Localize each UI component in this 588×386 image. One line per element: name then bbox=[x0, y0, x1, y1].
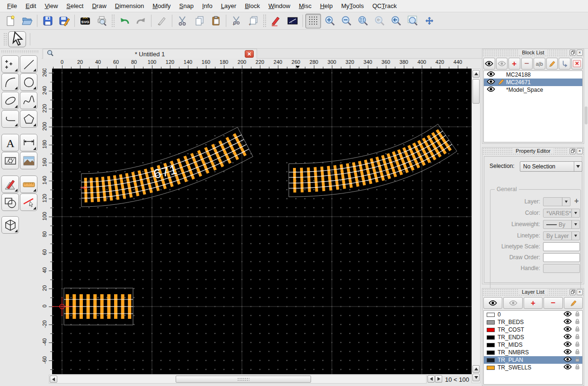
print-preview-button[interactable] bbox=[94, 14, 109, 28]
layer-minus-red-button[interactable]: − bbox=[543, 297, 562, 309]
scroll-left-button[interactable] bbox=[50, 376, 57, 383]
layer-row[interactable]: TR_ENDS bbox=[484, 333, 582, 341]
menu-edit[interactable]: Edit bbox=[21, 1, 40, 11]
scroll-down-button[interactable] bbox=[472, 374, 480, 381]
block-eye-button[interactable] bbox=[483, 58, 495, 70]
zoom-window-button[interactable] bbox=[405, 14, 420, 28]
layer-row[interactable]: TR_PLAN bbox=[484, 356, 582, 364]
block-delete-x-button[interactable]: ✕ bbox=[571, 58, 583, 70]
scroll-up-button-2[interactable] bbox=[472, 365, 480, 373]
menu-select[interactable]: Select bbox=[62, 1, 88, 11]
hatch-tool[interactable] bbox=[1, 152, 19, 169]
menu-block[interactable]: Block bbox=[241, 1, 264, 11]
layer-pencil-button[interactable] bbox=[564, 297, 583, 309]
float-panel-icon[interactable] bbox=[570, 289, 576, 295]
pan-right-button[interactable] bbox=[435, 375, 442, 383]
redo-button[interactable] bbox=[133, 14, 149, 28]
vertical-scroll-handle[interactable] bbox=[472, 79, 480, 104]
close-panel-icon[interactable]: × bbox=[577, 50, 583, 56]
order-tool[interactable] bbox=[1, 193, 19, 211]
layer-eye-button[interactable] bbox=[483, 297, 502, 309]
zoom-previous-button[interactable] bbox=[372, 14, 387, 28]
scroll-up-button[interactable] bbox=[472, 70, 480, 78]
layer-row[interactable]: TR_BEDS bbox=[484, 318, 582, 326]
save-as-button[interactable] bbox=[56, 14, 72, 28]
block-row[interactable]: *Model_Space bbox=[484, 86, 582, 94]
palette-handle[interactable] bbox=[1, 50, 39, 53]
selection-combo[interactable]: No Selection bbox=[520, 161, 582, 172]
visibility-eye-icon[interactable] bbox=[487, 71, 495, 79]
block-insert-button[interactable] bbox=[559, 58, 570, 70]
block-pencil-button[interactable] bbox=[546, 58, 558, 70]
layer-lock-icon[interactable] bbox=[575, 364, 580, 371]
ellipse-tool[interactable] bbox=[1, 92, 19, 109]
block-rename-button[interactable]: a|b bbox=[534, 58, 545, 70]
add-layer-icon[interactable]: + bbox=[574, 197, 579, 205]
linetype-combo[interactable]: By Layer bbox=[543, 231, 580, 240]
layer-lock-icon[interactable] bbox=[575, 349, 580, 356]
block-row[interactable]: MC24671 bbox=[484, 79, 582, 86]
close-panel-icon[interactable]: × bbox=[577, 148, 583, 154]
menu-modify[interactable]: Modify bbox=[148, 1, 175, 11]
menu-help[interactable]: Help bbox=[316, 1, 337, 11]
layer-lock-icon[interactable] bbox=[575, 341, 580, 349]
layer-visibility-eye-icon[interactable] bbox=[563, 364, 572, 371]
horizontal-scroll-handle[interactable] bbox=[176, 376, 311, 383]
block-minus-button[interactable]: − bbox=[521, 58, 533, 70]
vertical-scrollbar[interactable] bbox=[472, 69, 481, 383]
menu-misc[interactable]: Misc bbox=[294, 1, 316, 11]
layer-visibility-eye-icon[interactable] bbox=[563, 349, 572, 356]
document-tab[interactable]: * Untitled 1 ✕ bbox=[43, 49, 257, 59]
save-file-button[interactable] bbox=[40, 14, 55, 28]
visibility-eye-icon[interactable] bbox=[487, 86, 495, 94]
cut-quick-button[interactable]: + bbox=[229, 14, 244, 28]
toolbar-handle[interactable] bbox=[263, 14, 266, 27]
menu-mytools[interactable]: MyTools bbox=[337, 1, 368, 11]
draw-order-field[interactable] bbox=[543, 253, 580, 262]
spline-tool[interactable] bbox=[20, 92, 37, 109]
tab-close-button[interactable]: ✕ bbox=[245, 50, 254, 58]
layer-lock-icon[interactable] bbox=[575, 311, 580, 318]
polygon-tool[interactable] bbox=[20, 110, 37, 128]
layer-combo[interactable] bbox=[543, 197, 570, 206]
layer-lock-icon[interactable] bbox=[575, 333, 580, 341]
toolbar-handle[interactable] bbox=[111, 14, 115, 27]
undo-button[interactable] bbox=[116, 14, 132, 28]
menu-draw[interactable]: Draw bbox=[88, 1, 110, 11]
layer-lock-icon[interactable] bbox=[575, 356, 580, 364]
menu-window[interactable]: Window bbox=[264, 1, 294, 11]
cube-tool[interactable] bbox=[1, 216, 19, 234]
close-panel-icon[interactable]: × bbox=[577, 289, 583, 295]
layer-lock-icon[interactable] bbox=[575, 326, 580, 333]
layer-lock-icon[interactable] bbox=[575, 318, 580, 326]
copy-quick-button[interactable]: + bbox=[245, 14, 261, 28]
visibility-eye-icon[interactable] bbox=[487, 79, 495, 86]
open-file-button[interactable] bbox=[19, 14, 35, 28]
right-strip-handle[interactable] bbox=[585, 106, 588, 124]
menu-snap[interactable]: Snap bbox=[175, 1, 198, 11]
layer-row[interactable]: TR_SWELLS bbox=[484, 364, 582, 371]
circle-tool[interactable] bbox=[20, 73, 37, 91]
copy-button[interactable] bbox=[191, 14, 207, 28]
layer-visibility-eye-icon[interactable] bbox=[563, 326, 572, 333]
arc-tool[interactable] bbox=[1, 73, 19, 91]
layer-row[interactable]: TR_NMBRS bbox=[484, 349, 582, 356]
draw-pencil-button[interactable] bbox=[268, 14, 284, 28]
layer-visibility-eye-icon[interactable] bbox=[563, 333, 572, 341]
polyline-tool[interactable] bbox=[1, 110, 19, 128]
paste-button[interactable] bbox=[208, 14, 223, 28]
points-tool[interactable] bbox=[1, 55, 19, 73]
block-eye-off-button[interactable] bbox=[496, 58, 508, 70]
delete-tool[interactable] bbox=[20, 193, 37, 211]
menu-dimension[interactable]: Dimension bbox=[111, 1, 148, 11]
float-panel-icon[interactable] bbox=[570, 50, 576, 56]
layer-eye-off-button[interactable] bbox=[503, 297, 522, 309]
block-plus-button[interactable]: + bbox=[508, 58, 520, 70]
layer-visibility-eye-icon[interactable] bbox=[563, 341, 572, 349]
color-combo[interactable]: *VARIES* bbox=[543, 209, 580, 218]
line-tool[interactable] bbox=[20, 55, 37, 73]
zoom-pan-button[interactable] bbox=[421, 14, 437, 28]
toolbar-handle[interactable] bbox=[3, 33, 7, 46]
linetype-scale-field[interactable] bbox=[543, 242, 580, 251]
menu-file[interactable]: File bbox=[3, 1, 21, 11]
